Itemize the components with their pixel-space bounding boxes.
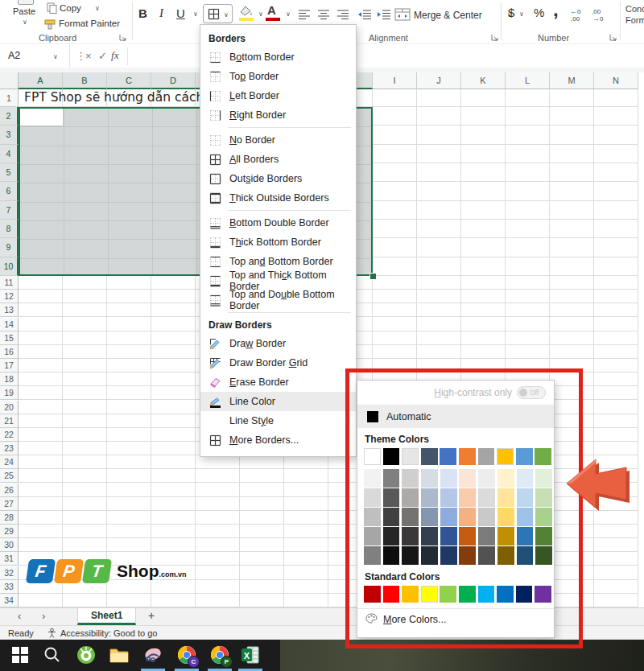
menu-item-left-border[interactable]: Left Border [200,86,356,105]
menu-item-top-and-double-bottom-border[interactable]: Top and Double Bottom Border [200,290,356,310]
increase-indent-icon[interactable] [377,9,391,23]
theme-tint-swatch-1-2[interactable] [383,508,400,527]
row-header-1[interactable]: 1 [0,89,19,107]
next-sheet-icon[interactable]: › [42,610,45,622]
excel-taskbar-icon[interactable]: X [240,644,261,665]
column-header-b[interactable]: B [63,72,107,89]
copy-button[interactable]: Copy [60,3,81,13]
theme-tint-swatch-2-2[interactable] [402,508,419,527]
row-header-22[interactable]: 22 [0,428,19,442]
theme-tint-swatch-9-4[interactable] [535,546,552,566]
menu-item-top-border[interactable]: Top Border [200,67,356,86]
theme-tint-swatch-1-1[interactable] [383,488,400,508]
fill-color-bar[interactable] [239,18,254,21]
column-header-j[interactable]: J [417,72,461,89]
chrome-profile-c-taskbar-icon[interactable]: C [176,644,197,665]
snipping-tool-taskbar-icon[interactable] [142,644,163,665]
paste-dropdown-icon[interactable]: ∨ [23,19,27,26]
accessibility-status[interactable]: Accessibility: Good to go [60,628,157,638]
theme-tint-swatch-5-4[interactable] [459,546,476,566]
theme-color-swatch-7[interactable] [497,448,514,465]
clipboard-dialog-launcher-icon[interactable] [119,34,127,42]
theme-tint-swatch-8-0[interactable] [517,469,534,488]
accounting-format-button[interactable]: $ [508,6,514,19]
underline-button[interactable]: U [176,6,185,20]
conditional-formatting-button[interactable]: Conditional [625,4,644,14]
theme-tint-swatch-1-4[interactable] [383,546,400,566]
theme-tint-swatch-6-1[interactable] [478,488,495,508]
align-right-icon[interactable] [336,9,349,23]
theme-tint-swatch-2-3[interactable] [402,527,419,546]
standard-color-swatch-8[interactable] [516,586,533,603]
theme-tint-swatch-3-4[interactable] [421,546,438,566]
theme-tint-swatch-1-0[interactable] [383,469,400,488]
confirm-entry-icon[interactable]: ✓ [98,50,107,62]
prev-sheet-icon[interactable]: ‹ [18,610,21,622]
cancel-entry-icon[interactable]: × [85,50,92,62]
align-center-icon[interactable] [317,9,330,23]
theme-tint-swatch-7-3[interactable] [497,527,514,546]
standard-color-swatch-1[interactable] [383,586,400,603]
standard-color-swatch-5[interactable] [459,586,476,603]
menu-item-thick-bottom-border[interactable]: Thick Bottom Border [200,233,356,252]
theme-tint-swatch-0-4[interactable] [364,546,381,566]
active-cell-a2[interactable] [20,109,64,126]
search-taskbar-icon[interactable] [42,644,63,665]
number-dialog-launcher-icon[interactable] [609,34,617,42]
theme-tint-swatch-7-4[interactable] [497,546,514,566]
column-header-l[interactable]: L [506,72,550,89]
theme-tint-swatch-8-3[interactable] [517,527,534,546]
theme-tint-swatch-6-0[interactable] [478,469,495,488]
theme-tint-swatch-8-4[interactable] [517,546,534,566]
standard-color-swatch-0[interactable] [364,586,381,603]
row-header-12[interactable]: 12 [0,290,19,303]
theme-tint-swatch-9-2[interactable] [535,508,552,527]
chrome-profile-p-taskbar-icon[interactable]: P [209,644,230,665]
row-header-32[interactable]: 32 [0,566,19,580]
row-header-13[interactable]: 13 [0,303,19,317]
row-header-31[interactable]: 31 [0,552,19,566]
percent-style-button[interactable]: % [534,6,544,19]
align-left-icon[interactable] [298,9,311,23]
row-header-8[interactable]: 8 [0,220,19,238]
bold-button[interactable]: B [138,6,147,20]
theme-tint-swatch-7-1[interactable] [497,488,514,508]
column-header-c[interactable]: C [107,72,151,89]
decrease-decimal-icon[interactable]: .00→0 [591,6,610,26]
theme-tint-swatch-6-4[interactable] [478,546,495,566]
theme-tint-swatch-0-2[interactable] [364,508,381,527]
row-header-4[interactable]: 4 [0,145,19,163]
menu-item-top-and-bottom-border[interactable]: Top and Bottom Border [200,252,356,271]
row-header-15[interactable]: 15 [0,331,19,345]
row-header-25[interactable]: 25 [0,469,19,483]
accounting-dropdown-icon[interactable]: ∨ [519,10,524,18]
automatic-color-item[interactable]: Automatic [357,405,554,428]
row-header-18[interactable]: 18 [0,373,19,386]
fill-handle[interactable] [369,273,377,280]
theme-tint-swatch-4-1[interactable] [440,488,457,508]
row-header-33[interactable]: 33 [0,580,19,594]
standard-color-swatch-6[interactable] [478,586,495,603]
row-header-16[interactable]: 16 [0,345,19,359]
theme-tint-swatch-2-4[interactable] [402,546,419,566]
menu-item-top-and-thick-bottom-border[interactable]: Top and Thick Bottom Border [200,271,356,290]
row-header-6[interactable]: 6 [0,182,19,200]
underline-dropdown-icon[interactable]: ∨ [193,10,198,18]
standard-color-swatch-7[interactable] [497,586,514,603]
add-sheet-button[interactable]: + [148,609,155,622]
start-taskbar-icon[interactable] [10,644,31,665]
theme-tint-swatch-3-0[interactable] [421,469,438,488]
row-header-24[interactable]: 24 [0,455,19,469]
theme-color-swatch-6[interactable] [478,448,495,465]
fill-color-dropdown-icon[interactable]: ∨ [258,10,263,18]
theme-tint-swatch-9-0[interactable] [535,469,552,488]
theme-color-swatch-8[interactable] [516,448,533,465]
theme-tint-swatch-4-4[interactable] [440,546,457,566]
row-header-26[interactable]: 26 [0,484,19,497]
name-box[interactable]: A2 ∨ [0,44,70,68]
column-header-m[interactable]: M [550,72,594,89]
row-header-11[interactable]: 11 [0,276,19,290]
sheet-tab-sheet1[interactable]: Sheet1 [77,608,136,625]
row-header-7[interactable]: 7 [0,201,19,220]
menu-item-line-style[interactable]: Line Style› [200,411,356,430]
